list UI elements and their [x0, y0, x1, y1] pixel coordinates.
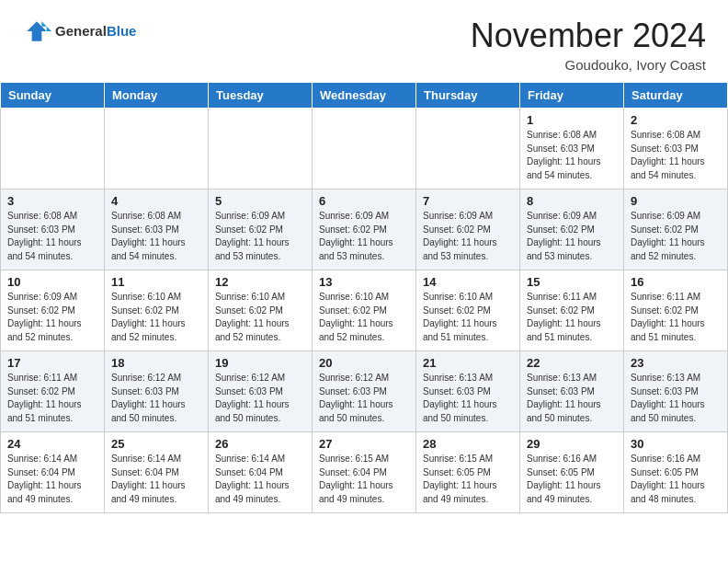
- logo: GeneralBlue: [22, 17, 136, 46]
- day-number: 27: [319, 437, 409, 451]
- header-day-wednesday: Wednesday: [313, 83, 416, 109]
- day-detail: Sunrise: 6:11 AM Sunset: 6:02 PM Dayligh…: [631, 291, 721, 344]
- day-number: 14: [423, 275, 513, 289]
- day-cell-15: 15Sunrise: 6:11 AM Sunset: 6:02 PM Dayli…: [520, 270, 624, 351]
- day-detail: Sunrise: 6:15 AM Sunset: 6:05 PM Dayligh…: [423, 453, 513, 506]
- day-detail: Sunrise: 6:14 AM Sunset: 6:04 PM Dayligh…: [7, 453, 97, 506]
- day-detail: Sunrise: 6:16 AM Sunset: 6:05 PM Dayligh…: [631, 453, 721, 506]
- header-day-thursday: Thursday: [416, 83, 520, 109]
- day-detail: Sunrise: 6:09 AM Sunset: 6:02 PM Dayligh…: [631, 210, 721, 263]
- day-detail: Sunrise: 6:10 AM Sunset: 6:02 PM Dayligh…: [215, 291, 305, 344]
- day-cell-29: 29Sunrise: 6:16 AM Sunset: 6:05 PM Dayli…: [520, 432, 624, 513]
- day-number: 30: [631, 437, 721, 451]
- header-row: SundayMondayTuesdayWednesdayThursdayFrid…: [1, 83, 728, 109]
- day-cell-17: 17Sunrise: 6:11 AM Sunset: 6:02 PM Dayli…: [1, 351, 105, 432]
- month-title: November 2024: [471, 17, 706, 55]
- day-cell-13: 13Sunrise: 6:10 AM Sunset: 6:02 PM Dayli…: [313, 270, 416, 351]
- day-detail: Sunrise: 6:14 AM Sunset: 6:04 PM Dayligh…: [215, 453, 305, 506]
- header-day-sunday: Sunday: [1, 83, 105, 109]
- day-cell-30: 30Sunrise: 6:16 AM Sunset: 6:05 PM Dayli…: [624, 432, 728, 513]
- day-cell-16: 16Sunrise: 6:11 AM Sunset: 6:02 PM Dayli…: [624, 270, 728, 351]
- day-number: 23: [631, 356, 721, 370]
- day-number: 24: [7, 437, 97, 451]
- location: Goudouko, Ivory Coast: [471, 57, 706, 73]
- day-detail: Sunrise: 6:10 AM Sunset: 6:02 PM Dayligh…: [423, 291, 513, 344]
- empty-cell: [416, 109, 520, 190]
- logo-text: GeneralBlue: [55, 23, 136, 40]
- header-day-monday: Monday: [105, 83, 209, 109]
- empty-cell: [105, 109, 209, 190]
- day-cell-26: 26Sunrise: 6:14 AM Sunset: 6:04 PM Dayli…: [209, 432, 313, 513]
- day-cell-10: 10Sunrise: 6:09 AM Sunset: 6:02 PM Dayli…: [1, 270, 105, 351]
- day-detail: Sunrise: 6:09 AM Sunset: 6:02 PM Dayligh…: [215, 210, 305, 263]
- title-block: November 2024 Goudouko, Ivory Coast: [471, 17, 706, 73]
- day-number: 29: [527, 437, 617, 451]
- day-cell-2: 2Sunrise: 6:08 AM Sunset: 6:03 PM Daylig…: [624, 109, 728, 190]
- calendar-header: SundayMondayTuesdayWednesdayThursdayFrid…: [1, 83, 728, 109]
- day-cell-28: 28Sunrise: 6:15 AM Sunset: 6:05 PM Dayli…: [416, 432, 520, 513]
- day-number: 26: [215, 437, 305, 451]
- day-cell-11: 11Sunrise: 6:10 AM Sunset: 6:02 PM Dayli…: [105, 270, 209, 351]
- week-row-1: 1Sunrise: 6:08 AM Sunset: 6:03 PM Daylig…: [1, 109, 728, 190]
- day-detail: Sunrise: 6:09 AM Sunset: 6:02 PM Dayligh…: [7, 291, 97, 344]
- day-number: 28: [423, 437, 513, 451]
- day-detail: Sunrise: 6:08 AM Sunset: 6:03 PM Dayligh…: [7, 210, 97, 263]
- day-cell-27: 27Sunrise: 6:15 AM Sunset: 6:04 PM Dayli…: [313, 432, 416, 513]
- day-detail: Sunrise: 6:08 AM Sunset: 6:03 PM Dayligh…: [527, 129, 617, 182]
- empty-cell: [313, 109, 416, 190]
- day-detail: Sunrise: 6:14 AM Sunset: 6:04 PM Dayligh…: [111, 453, 201, 506]
- day-number: 2: [631, 113, 721, 127]
- page-header: GeneralBlue November 2024 Goudouko, Ivor…: [0, 0, 728, 82]
- day-cell-14: 14Sunrise: 6:10 AM Sunset: 6:02 PM Dayli…: [416, 270, 520, 351]
- day-number: 4: [111, 194, 201, 208]
- header-day-saturday: Saturday: [624, 83, 728, 109]
- day-cell-3: 3Sunrise: 6:08 AM Sunset: 6:03 PM Daylig…: [1, 190, 105, 270]
- day-cell-25: 25Sunrise: 6:14 AM Sunset: 6:04 PM Dayli…: [105, 432, 209, 513]
- day-number: 20: [319, 356, 409, 370]
- day-number: 10: [7, 275, 97, 289]
- day-cell-24: 24Sunrise: 6:14 AM Sunset: 6:04 PM Dayli…: [1, 432, 105, 513]
- day-number: 5: [215, 194, 305, 208]
- day-number: 3: [7, 194, 97, 208]
- day-cell-4: 4Sunrise: 6:08 AM Sunset: 6:03 PM Daylig…: [105, 190, 209, 270]
- day-detail: Sunrise: 6:13 AM Sunset: 6:03 PM Dayligh…: [631, 372, 721, 425]
- day-detail: Sunrise: 6:12 AM Sunset: 6:03 PM Dayligh…: [111, 372, 201, 425]
- day-detail: Sunrise: 6:13 AM Sunset: 6:03 PM Dayligh…: [423, 372, 513, 425]
- day-detail: Sunrise: 6:08 AM Sunset: 6:03 PM Dayligh…: [111, 210, 201, 263]
- day-cell-20: 20Sunrise: 6:12 AM Sunset: 6:03 PM Dayli…: [313, 351, 416, 432]
- day-number: 12: [215, 275, 305, 289]
- day-cell-1: 1Sunrise: 6:08 AM Sunset: 6:03 PM Daylig…: [520, 109, 624, 190]
- day-cell-5: 5Sunrise: 6:09 AM Sunset: 6:02 PM Daylig…: [209, 190, 313, 270]
- day-number: 8: [527, 194, 617, 208]
- day-number: 13: [319, 275, 409, 289]
- logo-icon: [22, 17, 51, 46]
- week-row-4: 17Sunrise: 6:11 AM Sunset: 6:02 PM Dayli…: [1, 351, 728, 432]
- calendar-table: SundayMondayTuesdayWednesdayThursdayFrid…: [0, 82, 728, 513]
- day-number: 17: [7, 356, 97, 370]
- header-day-friday: Friday: [520, 83, 624, 109]
- day-detail: Sunrise: 6:10 AM Sunset: 6:02 PM Dayligh…: [111, 291, 201, 344]
- day-detail: Sunrise: 6:15 AM Sunset: 6:04 PM Dayligh…: [319, 453, 409, 506]
- day-detail: Sunrise: 6:13 AM Sunset: 6:03 PM Dayligh…: [527, 372, 617, 425]
- empty-cell: [209, 109, 313, 190]
- day-detail: Sunrise: 6:09 AM Sunset: 6:02 PM Dayligh…: [527, 210, 617, 263]
- day-cell-12: 12Sunrise: 6:10 AM Sunset: 6:02 PM Dayli…: [209, 270, 313, 351]
- day-detail: Sunrise: 6:09 AM Sunset: 6:02 PM Dayligh…: [319, 210, 409, 263]
- day-number: 25: [111, 437, 201, 451]
- day-number: 18: [111, 356, 201, 370]
- week-row-3: 10Sunrise: 6:09 AM Sunset: 6:02 PM Dayli…: [1, 270, 728, 351]
- day-cell-19: 19Sunrise: 6:12 AM Sunset: 6:03 PM Dayli…: [209, 351, 313, 432]
- day-cell-18: 18Sunrise: 6:12 AM Sunset: 6:03 PM Dayli…: [105, 351, 209, 432]
- day-number: 21: [423, 356, 513, 370]
- day-cell-21: 21Sunrise: 6:13 AM Sunset: 6:03 PM Dayli…: [416, 351, 520, 432]
- day-number: 22: [527, 356, 617, 370]
- day-cell-7: 7Sunrise: 6:09 AM Sunset: 6:02 PM Daylig…: [416, 190, 520, 270]
- day-number: 7: [423, 194, 513, 208]
- day-detail: Sunrise: 6:12 AM Sunset: 6:03 PM Dayligh…: [319, 372, 409, 425]
- day-cell-22: 22Sunrise: 6:13 AM Sunset: 6:03 PM Dayli…: [520, 351, 624, 432]
- day-number: 9: [631, 194, 721, 208]
- calendar-body: 1Sunrise: 6:08 AM Sunset: 6:03 PM Daylig…: [1, 109, 728, 513]
- day-number: 1: [527, 113, 617, 127]
- day-number: 6: [319, 194, 409, 208]
- week-row-5: 24Sunrise: 6:14 AM Sunset: 6:04 PM Dayli…: [1, 432, 728, 513]
